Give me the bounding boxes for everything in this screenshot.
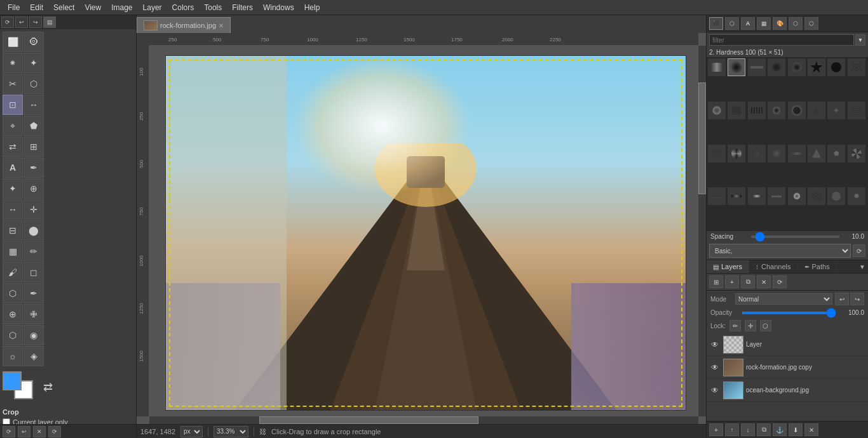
menu-file[interactable]: File [3, 2, 25, 13]
brush-item-31[interactable]: ✸ [848, 187, 865, 205]
tool-color-picker[interactable]: ✦ [3, 178, 23, 199]
brush-item-6[interactable] [827, 58, 845, 76]
tool-perspective[interactable]: ⬟ [24, 116, 44, 136]
tool-tab-options[interactable]: ▤ [43, 17, 56, 28]
brush-item-25[interactable] [728, 187, 745, 205]
brush-item-28[interactable] [788, 187, 806, 205]
menu-tools[interactable]: Tools [199, 2, 227, 13]
tool-measure[interactable]: ↔ [3, 199, 23, 220]
delete-layer-btn[interactable]: ✕ [804, 423, 818, 436]
brush-item-24[interactable] [708, 187, 726, 205]
tool-tab-history[interactable]: ↩ [15, 17, 28, 28]
lock-pixels-btn[interactable]: ✏ [729, 320, 741, 331]
preset-select[interactable]: Basic, Clipboard Experimental [709, 244, 851, 258]
tool-paintbrush[interactable]: 🖌 [3, 262, 23, 282]
tool-blur[interactable]: ◉ [24, 325, 44, 345]
layer-visibility-2[interactable]: 👁 [709, 385, 721, 396]
horizontal-scrollbar[interactable] [149, 416, 698, 424]
tool-heal[interactable]: ✙ [24, 304, 44, 324]
tool-zoom[interactable]: ⊕ [24, 178, 44, 199]
tool-crop[interactable]: ⊡ [3, 95, 23, 115]
duplicate-layer-btn[interactable]: ⧉ [757, 423, 771, 436]
lower-layer-btn[interactable]: ↓ [741, 423, 755, 436]
layer-visibility-1[interactable]: 👁 [709, 362, 721, 373]
canvas-scroll[interactable]: 250 500 750 1000 1250 1500 1750 2000 225… [137, 33, 706, 424]
tool-gradient[interactable]: ▦ [3, 241, 23, 262]
filter-dropdown-btn[interactable]: ▼ [855, 34, 865, 46]
tool-presets-btn[interactable]: ⬡ [804, 17, 818, 30]
restore-defaults-btn[interactable]: ⟳ [3, 426, 15, 437]
tool-warp[interactable]: ⌖ [3, 116, 23, 136]
tool-rect-select[interactable]: ⬜ [3, 32, 23, 52]
tool-tab-redo[interactable]: ↪ [29, 17, 42, 28]
tool-color-select[interactable]: ✦ [24, 53, 44, 73]
layer-history-fwd[interactable]: ↪ [850, 293, 864, 305]
layers-duplicate-btn[interactable]: ⧉ [741, 275, 755, 288]
palettes-btn[interactable]: 🎨 [773, 17, 787, 30]
brush-item-14[interactable]: ✦ [827, 102, 845, 119]
layers-refresh-btn[interactable]: ⟳ [773, 275, 787, 288]
save-options-btn[interactable]: ⟳ [48, 426, 61, 437]
brush-item-8[interactable] [708, 102, 726, 119]
tool-scissors-select[interactable]: ✂ [3, 74, 23, 94]
tool-airbrush[interactable]: ⬡ [3, 283, 23, 303]
tool-paths[interactable]: ✒ [24, 157, 44, 178]
menu-edit[interactable]: Edit [25, 2, 48, 13]
brush-item-9[interactable] [728, 102, 745, 119]
tool-free-select[interactable]: ⭗ [24, 32, 44, 52]
menu-filters[interactable]: Filters [227, 2, 258, 13]
tool-transform[interactable]: ↔ [24, 95, 44, 115]
brush-item-11[interactable] [768, 102, 785, 119]
undo-btn[interactable]: ↩ [18, 426, 31, 437]
layers-menu-btn[interactable]: ▼ [857, 261, 868, 272]
brushes-mode-btn[interactable]: ⬛ [709, 17, 723, 30]
brush-item-5[interactable] [808, 58, 825, 76]
brush-item-3[interactable] [768, 58, 785, 76]
tool-smudge[interactable]: ◈ [24, 346, 44, 366]
zoom-select[interactable]: 33.3% 50% 100% [214, 426, 248, 437]
brush-item-12[interactable] [788, 102, 806, 119]
menu-windows[interactable]: Windows [258, 2, 299, 13]
opacity-slider[interactable] [742, 312, 836, 314]
canvas-viewport[interactable] [149, 46, 698, 416]
layer-row-1[interactable]: 👁 rock-formation.jpg copy [707, 356, 868, 379]
brush-item-23[interactable] [848, 145, 865, 163]
tool-cage[interactable]: ⊞ [24, 136, 44, 157]
brush-item-19[interactable] [768, 145, 785, 163]
current-layer-only-checkbox[interactable] [3, 418, 10, 424]
brush-item-29[interactable] [808, 187, 825, 205]
redo-btn[interactable]: ✕ [33, 426, 46, 437]
brush-item-20[interactable] [788, 145, 806, 163]
raise-layer-btn[interactable]: ↑ [725, 423, 739, 436]
brush-item-17[interactable] [728, 145, 745, 163]
tool-perspective-clone[interactable]: ⬡ [3, 325, 23, 345]
brush-item-10[interactable] [748, 102, 766, 119]
tool-text[interactable]: A [3, 157, 23, 178]
dynamics-btn[interactable]: ⬡ [789, 17, 803, 30]
horizontal-scroll-thumb[interactable] [259, 416, 479, 424]
vertical-scrollbar[interactable] [698, 46, 706, 416]
tool-dodge-burn[interactable]: ☼ [3, 346, 23, 366]
position-unit-select[interactable]: px [180, 426, 203, 437]
swap-colors-icon[interactable]: ⇄ [43, 380, 53, 394]
tool-foreground-select[interactable]: ⬡ [24, 74, 44, 94]
tab-channels[interactable]: ⫶ Channels [749, 260, 797, 273]
fonts-btn[interactable]: A [741, 17, 755, 30]
layer-history-back[interactable]: ↩ [835, 293, 849, 305]
brush-filter-input[interactable] [709, 34, 854, 46]
layer-row-2[interactable]: 👁 ocean-background.jpg [707, 379, 868, 402]
patterns-btn[interactable]: ⬡ [725, 17, 739, 30]
menu-image[interactable]: Image [106, 2, 137, 13]
anchor-layer-btn[interactable]: ⚓ [773, 423, 787, 436]
brush-item-15[interactable] [848, 102, 865, 119]
tool-align[interactable]: ⊟ [3, 220, 23, 241]
layer-row-0[interactable]: 👁 Layer [707, 333, 868, 356]
layers-new-layer-btn[interactable]: + [725, 275, 739, 288]
tool-eraser[interactable]: ◻ [24, 262, 44, 282]
layers-new-group-btn[interactable]: ⊞ [709, 275, 723, 288]
canvas-tab-0[interactable]: rock-formation.jpg ✕ [137, 17, 231, 33]
tool-clone[interactable]: ⊕ [3, 304, 23, 324]
brush-item-1[interactable] [728, 58, 745, 76]
tab-paths[interactable]: ✒ Paths [798, 260, 837, 273]
spacing-slider[interactable] [751, 236, 839, 238]
